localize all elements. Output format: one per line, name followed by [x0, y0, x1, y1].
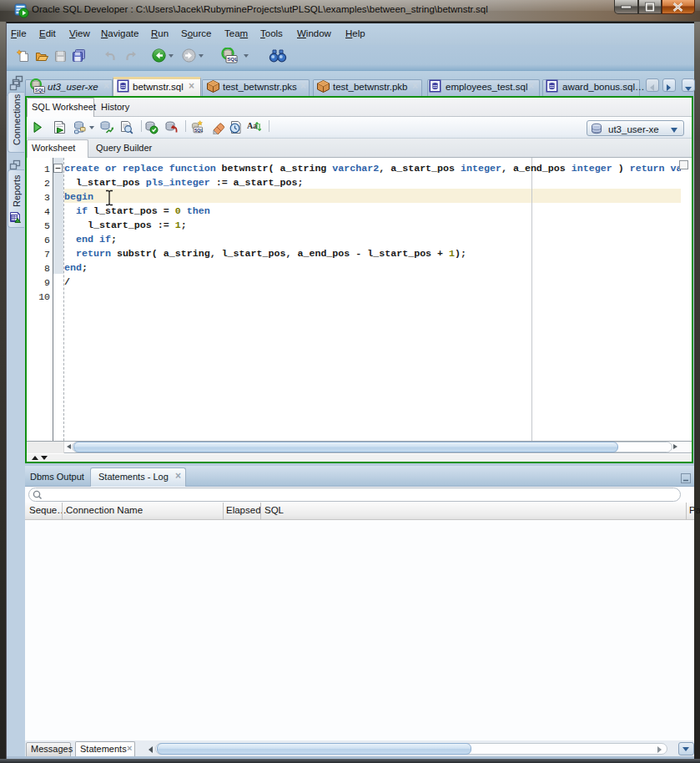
svg-text:Aa: Aa	[247, 121, 257, 130]
svg-text:SQL: SQL	[227, 56, 238, 62]
svg-text:SQL: SQL	[194, 128, 203, 133]
svg-text:SQL: SQL	[35, 88, 45, 93]
